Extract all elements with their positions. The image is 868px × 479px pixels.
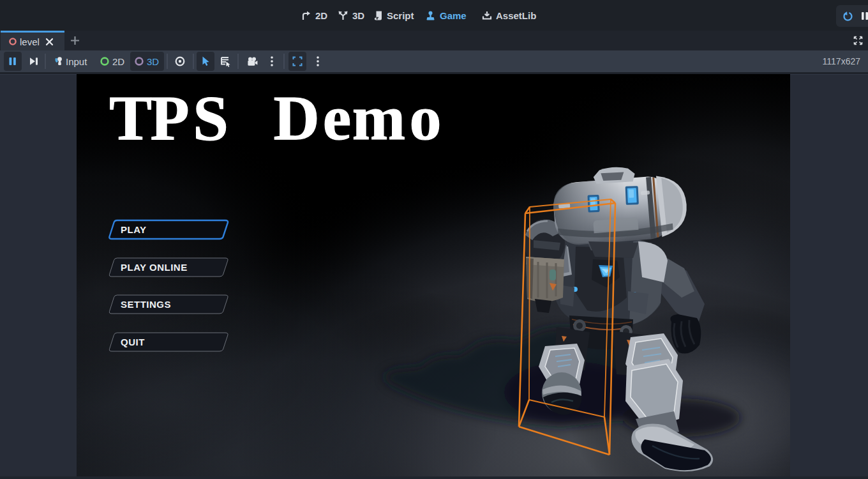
- svg-text:PLAY: PLAY: [121, 224, 147, 235]
- svg-text:SETTINGS: SETTINGS: [121, 299, 171, 310]
- svg-text:QUIT: QUIT: [121, 337, 145, 347]
- svg-text:PLAY ONLINE: PLAY ONLINE: [121, 262, 188, 273]
